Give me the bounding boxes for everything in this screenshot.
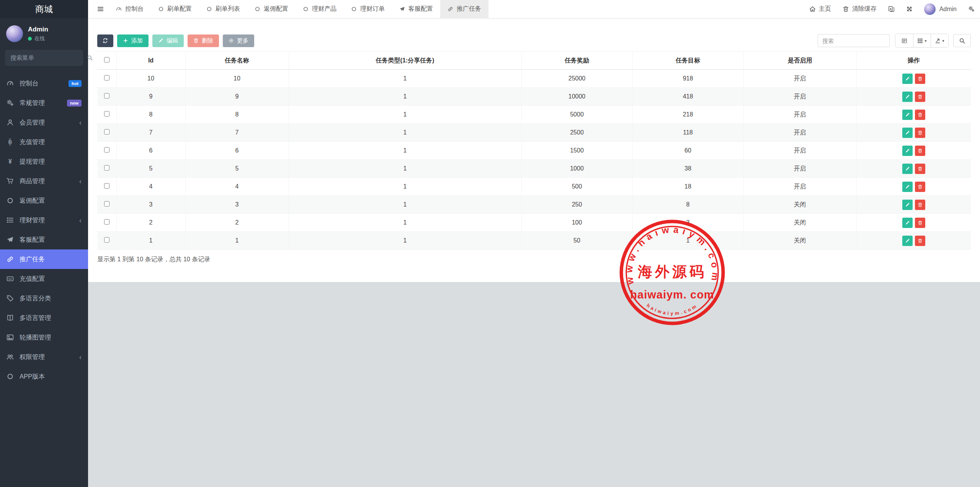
nav-tab[interactable]: 刷单列表 (199, 0, 247, 18)
delete-button[interactable]: 删除 (188, 34, 219, 47)
sidebar-item[interactable]: 推广任务 (0, 249, 88, 269)
sidebar-item[interactable]: 理财管理‹ (0, 210, 88, 230)
fullscreen-button[interactable] (906, 6, 913, 12)
sidebar-item[interactable]: 多语言管理 (0, 308, 88, 328)
settings-button[interactable] (968, 6, 975, 12)
row-delete-button[interactable] (915, 92, 925, 102)
link-icon (7, 256, 14, 263)
row-delete-button[interactable] (915, 218, 925, 228)
row-checkbox[interactable] (104, 111, 109, 116)
more-button[interactable]: 更多 (223, 34, 254, 47)
table-search-input[interactable] (818, 34, 890, 47)
columns-button[interactable]: ▾ (913, 34, 931, 47)
row-delete-button[interactable] (915, 146, 925, 156)
row-checkbox[interactable] (104, 183, 109, 189)
sidebar-item[interactable]: 轮播图管理 (0, 328, 88, 347)
sidebar-item-label: 充值管理 (20, 138, 45, 146)
sidebar-item[interactable]: 常规管理new (0, 93, 88, 113)
nav-tab[interactable]: 理财订单 (344, 0, 392, 18)
nav-tab[interactable]: 返佣配置 (247, 0, 296, 18)
column-header: 是否启用 (743, 52, 856, 70)
row-edit-button[interactable] (902, 236, 913, 246)
select-all-checkbox[interactable] (104, 57, 109, 62)
row-checkbox[interactable] (104, 147, 109, 152)
sidebar: 商城 Admin 在线 控制台hot常规管理new会员管理‹充值管理提现管理商品… (0, 0, 88, 487)
pencil-icon (905, 130, 910, 135)
sidebar-item[interactable]: 提现管理 (0, 152, 88, 171)
cell-enabled: 关闭 (743, 214, 856, 232)
cell-task-target: 418 (632, 88, 743, 106)
row-select-cell (97, 70, 116, 88)
sidebar-item[interactable]: 多语言分类 (0, 289, 88, 308)
circle-icon (255, 6, 260, 12)
row-delete-button[interactable] (915, 164, 925, 174)
chevron-left-icon: ‹ (79, 119, 82, 126)
export-button[interactable]: ▾ (931, 34, 948, 47)
row-edit-button[interactable] (902, 110, 913, 120)
sidebar-item[interactable]: 返佣配置 (0, 191, 88, 210)
clear-cache-link[interactable]: 清除缓存 (843, 5, 877, 13)
row-delete-button[interactable] (915, 236, 925, 246)
row-edit-button[interactable] (902, 218, 913, 228)
row-delete-button[interactable] (915, 200, 925, 210)
row-edit-button[interactable] (902, 182, 913, 192)
sidebar-item[interactable]: 控制台hot (0, 74, 88, 93)
nav-tab[interactable]: 控制台 (109, 0, 151, 18)
sidebar-item[interactable]: 客服配置 (0, 230, 88, 249)
sidebar-search-input[interactable] (10, 54, 87, 61)
cell-task-name: 3 (185, 196, 289, 214)
pagination-toggle-button[interactable] (895, 34, 913, 47)
cell-task-name: 5 (185, 160, 289, 178)
pencil-icon (905, 238, 910, 243)
row-edit-button[interactable] (902, 92, 913, 102)
sidebar-item[interactable]: 充值管理 (0, 132, 88, 152)
nav-tab[interactable]: 推广任务 (440, 0, 488, 18)
sidebar-item[interactable]: 商品管理‹ (0, 171, 88, 191)
row-checkbox[interactable] (104, 129, 109, 134)
sidebar-item-label: 会员管理 (20, 118, 45, 127)
row-checkbox[interactable] (104, 75, 109, 80)
cell-enabled: 开启 (743, 106, 856, 124)
refresh-button[interactable] (97, 34, 113, 47)
cell-task-target: 118 (632, 124, 743, 142)
add-button[interactable]: 添加 (117, 34, 149, 47)
nav-tab[interactable]: 刷单配置 (151, 0, 199, 18)
row-checkbox[interactable] (104, 237, 109, 243)
row-delete-button[interactable] (915, 182, 925, 192)
row-checkbox[interactable] (104, 219, 109, 225)
search-toggle-button[interactable] (953, 34, 971, 47)
cell-id: 2 (116, 214, 185, 232)
row-delete-button[interactable] (915, 74, 925, 84)
row-select-cell (97, 124, 116, 142)
stamp-domain-text: haiwaiym. com (630, 289, 714, 301)
translate-button[interactable] (888, 6, 895, 12)
trash-icon (918, 238, 923, 243)
row-edit-button[interactable] (902, 200, 913, 210)
row-checkbox[interactable] (104, 93, 109, 98)
sidebar-item[interactable]: 会员管理‹ (0, 113, 88, 132)
user-menu[interactable]: Admin (924, 3, 957, 15)
row-edit-button[interactable] (902, 146, 913, 156)
cell-actions (856, 142, 971, 160)
row-checkbox[interactable] (104, 165, 109, 171)
sidebar-item[interactable]: 权限管理‹ (0, 347, 88, 367)
row-edit-button[interactable] (902, 164, 913, 174)
home-link[interactable]: 主页 (809, 5, 831, 13)
row-edit-button[interactable] (902, 74, 913, 84)
row-edit-button[interactable] (902, 128, 913, 138)
sidebar-item[interactable]: APP版本 (0, 367, 88, 386)
pagination-summary: 显示第 1 到第 10 条记录，总共 10 条记录 (97, 256, 971, 264)
menu-toggle-button[interactable] (92, 0, 109, 18)
row-checkbox[interactable] (104, 201, 109, 207)
cell-task-type: 1 (289, 196, 521, 214)
row-delete-button[interactable] (915, 110, 925, 120)
cell-task-type: 1 (289, 214, 521, 232)
chevron-left-icon: ‹ (79, 217, 82, 224)
edit-button[interactable]: 编辑 (152, 34, 184, 47)
nav-tab[interactable]: 理财产品 (296, 0, 344, 18)
row-delete-button[interactable] (915, 128, 925, 138)
sidebar-item[interactable]: 充值配置 (0, 269, 88, 289)
caret-down-icon: ▾ (924, 39, 926, 43)
sidebar-search[interactable] (5, 50, 83, 66)
nav-tab[interactable]: 客服配置 (392, 0, 440, 18)
